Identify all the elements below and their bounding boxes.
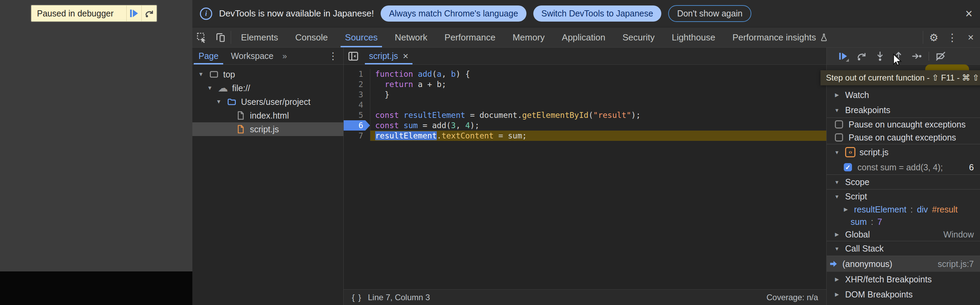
breakpoint-item[interactable]: ✓ const sum = add(3, 4); 6 (827, 160, 980, 174)
code-line-content[interactable]: } (371, 89, 826, 100)
code-line-content[interactable]: function add(a, b) { (371, 69, 826, 79)
gutter-line-3[interactable]: 3 (344, 89, 371, 100)
pause-uncaught-label: Pause on uncaught exceptions (848, 120, 966, 129)
tree-item-file-[interactable]: ▼☁file:// (192, 81, 343, 95)
collapse-arrow-icon: ▶ (833, 291, 841, 297)
tab-application[interactable]: Application (553, 27, 614, 47)
step-icon (912, 51, 923, 62)
devtools-close-button[interactable]: × (961, 27, 980, 47)
tab-page[interactable]: Page (192, 48, 224, 64)
code-line-5[interactable]: 5const resultElement = document.getEleme… (344, 110, 826, 120)
section-breakpoints[interactable]: ▼ Breakpoints (827, 102, 980, 118)
paused-banner-label: Paused in debugger (32, 8, 126, 19)
tab-security[interactable]: Security (614, 27, 663, 47)
close-icon: × (968, 32, 974, 43)
tab-console[interactable]: Console (286, 27, 336, 47)
tab-performance[interactable]: Performance (436, 27, 504, 47)
code-line-2[interactable]: 2 return a + b; (344, 79, 826, 89)
code-line-4[interactable]: 4 (344, 100, 826, 110)
notification-message: DevTools is now available in Japanese! (219, 8, 374, 19)
code-editor[interactable]: 1function add(a, b) {2 return a + b;3 }4… (344, 65, 826, 289)
checkbox-unchecked-icon[interactable] (835, 120, 843, 129)
checkbox-checked-icon[interactable]: ✓ (844, 163, 852, 171)
toggle-navigator-button[interactable] (344, 48, 363, 64)
step-into-button[interactable] (873, 50, 887, 63)
scope-global-group[interactable]: ▶ Global Window (827, 228, 980, 241)
tab-lighthouse[interactable]: Lighthouse (663, 27, 724, 47)
tree-item-users-user-project[interactable]: ▼Users/user/project (192, 95, 343, 109)
code-line-content[interactable]: resultElement.textContent = sum; (371, 131, 826, 141)
more-options-button[interactable]: ⋮ (943, 27, 961, 47)
more-tabs-icon[interactable]: » (280, 48, 290, 64)
resume-script-button[interactable] (126, 5, 142, 21)
scope-var-sum[interactable]: sum: 7 (827, 216, 980, 228)
step-over-banner-button[interactable] (142, 5, 156, 21)
resume-button[interactable] (836, 50, 850, 63)
deactivate-breakpoints-button[interactable] (934, 50, 948, 63)
screen: Paused in debugger i DevTools is now ava… (0, 0, 980, 305)
tree-item-label: script.js (250, 125, 279, 134)
call-stack-frame[interactable]: (anonymous) script.js:7 (827, 256, 980, 272)
file-tree: ▼top▼☁file://▼Users/user/projectindex.ht… (192, 65, 343, 136)
pause-caught-row[interactable]: Pause on caught exceptions (827, 131, 980, 144)
tree-item-top[interactable]: ▼top (192, 67, 343, 81)
tree-item-index-html[interactable]: index.html (192, 109, 343, 122)
scope-script-group[interactable]: ▼ Script (827, 190, 980, 203)
tab-label: Performance insights (732, 32, 816, 43)
scope-var-resultelement[interactable]: ▶ resultElement: div#result (827, 203, 980, 216)
code-line-3[interactable]: 3 } (344, 89, 826, 100)
scope-script-label: Script (845, 192, 867, 201)
section-call-stack[interactable]: ▼ Call Stack (827, 241, 980, 255)
step-button[interactable] (910, 50, 924, 63)
notification-close-icon[interactable]: × (965, 8, 972, 20)
switch-devtools-japanese-button[interactable]: Switch DevTools to Japanese (533, 5, 662, 22)
code-line-7[interactable]: 7resultElement.textContent = sum; (344, 131, 826, 141)
code-line-1[interactable]: 1function add(a, b) { (344, 69, 826, 79)
code-line-content[interactable]: const sum = add(3, 4); (371, 120, 826, 131)
settings-button[interactable]: ⚙ (924, 27, 943, 47)
gear-icon: ⚙ (929, 32, 939, 43)
tab-sources[interactable]: Sources (336, 27, 386, 47)
tab-close-icon[interactable]: × (403, 51, 408, 61)
breakpoint-group-scriptjs[interactable]: ▼ ‹› script.js (827, 144, 980, 160)
folder-icon (226, 97, 237, 107)
checkbox-unchecked-icon[interactable] (835, 133, 843, 142)
tree-item-script-js[interactable]: script.js (192, 122, 343, 136)
gutter-line-7[interactable]: 7 (344, 131, 371, 141)
code-line-6[interactable]: 6const sum = add(3, 4); (344, 120, 826, 131)
expand-arrow-icon[interactable]: ▼ (197, 71, 205, 77)
always-match-language-button[interactable]: Always match Chrome's language (381, 5, 526, 22)
dont-show-again-button[interactable]: Don't show again (668, 5, 751, 22)
deactivate-breakpoints-icon (935, 51, 946, 62)
breakpoint-badge[interactable]: 6 (344, 120, 370, 131)
tab-network[interactable]: Network (386, 27, 436, 47)
section-scope[interactable]: ▼ Scope (827, 175, 980, 189)
expand-arrow-icon[interactable]: ▼ (206, 85, 213, 91)
gutter-line-2[interactable]: 2 (344, 79, 371, 89)
section-dom-breakpoints[interactable]: ▶ DOM Breakpoints (827, 287, 980, 302)
step-into-icon (875, 51, 886, 62)
gutter-line-5[interactable]: 5 (344, 110, 371, 120)
gutter-line-1[interactable]: 1 (344, 69, 371, 79)
inspect-element-button[interactable] (192, 27, 211, 47)
section-xhr-breakpoints[interactable]: ▶ XHR/fetch Breakpoints (827, 272, 980, 287)
tab-elements[interactable]: Elements (232, 27, 286, 47)
expand-arrow-icon[interactable]: ▼ (215, 99, 223, 105)
section-watch[interactable]: ▶ Watch (827, 88, 980, 102)
tab-label: Sources (345, 32, 377, 43)
code-line-content[interactable] (371, 100, 826, 110)
code-line-content[interactable]: return a + b; (371, 79, 826, 89)
braces-icon: { } (352, 293, 362, 302)
breakpoint-gutter-line-6[interactable]: 6 (344, 120, 371, 131)
tab-memory[interactable]: Memory (504, 27, 553, 47)
tab-performance-insights[interactable]: Performance insights (724, 27, 837, 47)
toggle-device-toolbar-button[interactable] (211, 27, 229, 47)
editor-tab-scriptjs[interactable]: script.js × (363, 48, 415, 64)
tab-label: Memory (512, 32, 545, 43)
gutter-line-4[interactable]: 4 (344, 100, 371, 110)
navigator-more-button[interactable]: ⋮ (323, 48, 343, 64)
step-over-button[interactable] (855, 50, 869, 63)
pause-uncaught-row[interactable]: Pause on uncaught exceptions (827, 118, 980, 131)
code-line-content[interactable]: const resultElement = document.getElemen… (371, 110, 826, 120)
tab-workspace[interactable]: Workspace (224, 48, 280, 64)
